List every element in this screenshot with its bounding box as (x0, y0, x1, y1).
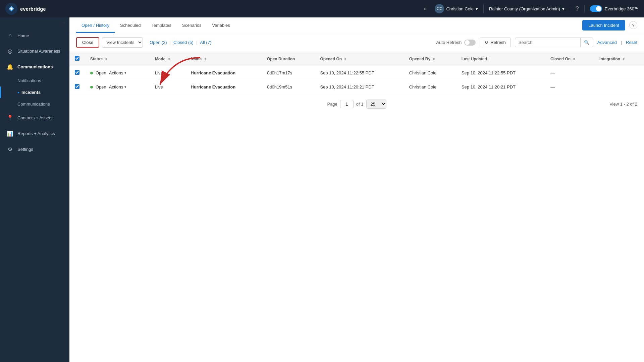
actions-btn-0[interactable]: Actions (109, 70, 123, 75)
row-select-1[interactable] (75, 84, 79, 89)
brand-toggle-switch[interactable] (590, 5, 602, 12)
row-last-updated-1: Sep 10, 2024 11:20:21 PDT (456, 80, 545, 94)
separator: | (621, 40, 622, 45)
filter-closed[interactable]: Closed (5) (173, 40, 194, 45)
help-icon[interactable]: ? (576, 5, 585, 12)
actions-dropdown-0[interactable]: ▾ (124, 71, 126, 75)
top-navigation: everbridge » CC Christian Cole ▾ Rainier… (0, 0, 644, 17)
page-input[interactable] (340, 100, 354, 108)
filter-open[interactable]: Open (2) (150, 40, 167, 45)
row-opened-by-1: Christian Cole (404, 80, 456, 94)
user-menu[interactable]: CC Christian Cole ▾ (435, 4, 484, 13)
tab-templates[interactable]: Templates (146, 17, 177, 33)
sidebar-item-settings[interactable]: ⚙ Settings (0, 141, 69, 157)
header-integration[interactable]: Integration ⇕ (594, 52, 644, 66)
nav-expand-icon[interactable]: » (424, 6, 427, 12)
sidebar-label-situational: Situational Awareness (17, 49, 60, 54)
advanced-link[interactable]: Advanced (597, 40, 617, 45)
actions-btn-1[interactable]: Actions (109, 84, 123, 89)
sidebar-label-home: Home (17, 33, 29, 38)
sidebar-label-settings: Settings (17, 147, 33, 152)
launch-incident-button[interactable]: Launch Incident (582, 20, 625, 31)
status-dot-0 (90, 72, 93, 74)
situational-icon: ◎ (7, 48, 13, 54)
pagination: Page of 1 25 50 100 View 1 - 2 of 2 (69, 94, 644, 114)
header-opened-on[interactable]: Opened On ⇕ (315, 52, 404, 66)
logo-text: everbridge (20, 6, 46, 12)
filter-all[interactable]: All (7) (200, 40, 211, 45)
sidebar-label-reports: Reports + Analytics (17, 131, 55, 136)
header-name[interactable]: Name ⇕ (185, 52, 262, 66)
tab-variables[interactable]: Variables (207, 17, 235, 33)
select-all-checkbox[interactable] (75, 56, 79, 61)
search-input[interactable] (515, 38, 582, 47)
table-row: Open Actions ▾ Live Hurricane Evacuation… (69, 66, 644, 80)
row-closed-on-1: — (545, 80, 594, 94)
tabs-right: Launch Incident ? (582, 20, 637, 31)
row-mode-1: Live (150, 80, 185, 94)
tab-scheduled[interactable]: Scheduled (115, 17, 146, 33)
tab-scenarios[interactable]: Scenarios (177, 17, 207, 33)
per-page-select[interactable]: 25 50 100 (366, 100, 386, 109)
org-menu[interactable]: Rainier County (Organization Admin) ▾ (489, 6, 570, 11)
header-last-updated[interactable]: Last Updated ↓ (456, 52, 545, 66)
incidents-table: Status ⇕ Mode ⇕ Name ⇕ Open Duration Ope… (69, 52, 644, 94)
row-checkbox-0[interactable] (69, 66, 85, 80)
header-mode[interactable]: Mode ⇕ (150, 52, 185, 66)
sidebar-label-contacts: Contacts + Assets (17, 115, 52, 120)
search-button[interactable]: 🔍 (580, 38, 593, 47)
toolbar-left: Close View Incidents View All (76, 37, 143, 48)
sidebar-label-incidents: Incidents (21, 90, 41, 95)
sidebar-item-situational-awareness[interactable]: ◎ Situational Awareness (0, 43, 69, 59)
sidebar-item-home[interactable]: ⌂ Home (0, 28, 69, 43)
table-container: Status ⇕ Mode ⇕ Name ⇕ Open Duration Ope… (69, 52, 644, 94)
row-select-0[interactable] (75, 70, 79, 75)
close-button[interactable]: Close (76, 37, 99, 48)
sidebar-item-notifications[interactable]: Notifications (0, 75, 69, 86)
row-opened-on-1: Sep 10, 2024 11:20:21 PDT (315, 80, 404, 94)
view-count: View 1 - 2 of 2 (609, 102, 637, 107)
refresh-button[interactable]: ↻ Refresh (480, 38, 511, 47)
table-header-row: Status ⇕ Mode ⇕ Name ⇕ Open Duration Ope… (69, 52, 644, 66)
logo[interactable]: everbridge (5, 3, 72, 15)
row-checkbox-1[interactable] (69, 80, 85, 94)
tab-open-history[interactable]: Open / History (76, 17, 115, 33)
header-closed-on[interactable]: Closed On ⇕ (545, 52, 594, 66)
reset-link[interactable]: Reset (626, 40, 637, 45)
sidebar-item-incidents[interactable]: ● Incidents (0, 86, 69, 98)
row-opened-on-0: Sep 10, 2024 11:22:55 PDT (315, 66, 404, 80)
status-text-1: Open (96, 84, 106, 89)
header-status[interactable]: Status ⇕ (85, 52, 150, 66)
row-closed-on-0: — (545, 66, 594, 80)
row-name-0[interactable]: Hurricane Evacuation (185, 66, 262, 80)
status-text-0: Open (96, 70, 106, 75)
row-mode-0: Live (150, 66, 185, 80)
sidebar-item-reports[interactable]: 📊 Reports + Analytics (0, 126, 69, 141)
collapse-icon[interactable]: « (63, 20, 65, 25)
actions-dropdown-1[interactable]: ▾ (124, 85, 126, 89)
brand-toggle: Everbridge 360™ (590, 5, 639, 12)
row-integration-0 (594, 66, 644, 80)
user-name: Christian Cole (446, 6, 474, 11)
settings-icon: ⚙ (7, 146, 13, 153)
row-name-1[interactable]: Hurricane Evacuation (185, 80, 262, 94)
row-integration-1 (594, 80, 644, 94)
sidebar-item-communications-sub[interactable]: Communications (0, 98, 69, 110)
sidebar-label-communications: Communications (17, 64, 53, 69)
auto-refresh-toggle[interactable] (464, 40, 476, 46)
org-name: Rainier County (Organization Admin) (489, 6, 560, 11)
row-status-0: Open Actions ▾ (85, 66, 150, 80)
row-status-1: Open Actions ▾ (85, 80, 150, 94)
sidebar-label-communications-sub: Communications (17, 102, 50, 107)
header-opened-by[interactable]: Opened By ⇕ (404, 52, 456, 66)
header-open-duration: Open Duration (262, 52, 315, 66)
page-label: Page (327, 102, 337, 107)
header-checkbox-col (69, 52, 85, 66)
view-select[interactable]: View Incidents View All (102, 37, 143, 48)
tab-help-icon[interactable]: ? (629, 21, 637, 29)
row-last-updated-0: Sep 10, 2024 11:22:55 PDT (456, 66, 545, 80)
sidebar-item-contacts[interactable]: 📍 Contacts + Assets (0, 110, 69, 126)
sidebar-item-communications[interactable]: 🔔 Communications (0, 59, 69, 75)
user-dropdown-icon: ▾ (476, 6, 478, 11)
sidebar-collapse[interactable]: « (0, 17, 69, 28)
